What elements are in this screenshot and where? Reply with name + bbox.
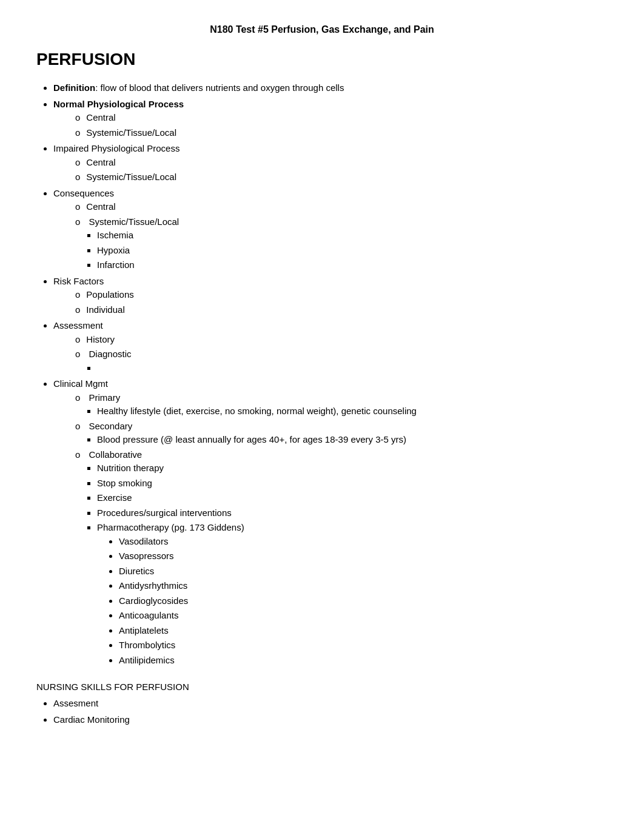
list-item: Diuretics	[119, 565, 608, 578]
primary-children: Healthy lifestyle (diet, exercise, no sm…	[97, 404, 608, 418]
list-item: Thrombolytics	[119, 639, 608, 652]
list-item: Diagnostic	[75, 347, 608, 375]
assessment-label: Assessment	[53, 320, 103, 330]
diagnostic-children	[97, 361, 608, 375]
normal-physio-label: Normal Physiological Process	[53, 99, 184, 109]
list-item: History	[75, 333, 608, 347]
risk-factors-label: Risk Factors	[53, 276, 104, 286]
list-item: Primary Healthy lifestyle (diet, exercis…	[75, 391, 608, 418]
main-heading: PERFUSION	[36, 50, 608, 69]
list-item: Antilipidemics	[119, 654, 608, 668]
list-item: Cardioglycosides	[119, 594, 608, 608]
page-title: N180 Test #5 Perfusion, Gas Exchange, an…	[36, 24, 608, 35]
consequences-children: Central Systemic/Tissue/Local Ischemia H…	[75, 200, 608, 272]
list-item: Antidysrhythmics	[119, 579, 608, 593]
list-item: Cardiac Monitoring	[53, 713, 608, 727]
list-item: Antiplatelets	[119, 624, 608, 638]
list-item: Vasopressors	[119, 549, 608, 563]
list-item: Individual	[75, 303, 608, 317]
list-item: Assessment History Diagnostic	[53, 319, 608, 375]
list-item: Blood pressure (@ least annually for age…	[97, 433, 608, 447]
list-item: Systemic/Tissue/Local	[75, 126, 608, 140]
normal-physio-children: Central Systemic/Tissue/Local	[75, 111, 608, 139]
list-item: Infarction	[97, 258, 608, 272]
assessment-children: History Diagnostic	[75, 333, 608, 375]
clinical-mgmt-children: Primary Healthy lifestyle (diet, exercis…	[75, 391, 608, 668]
secondary-children: Blood pressure (@ least annually for age…	[97, 433, 608, 447]
nursing-list: Assesment Cardiac Monitoring	[53, 697, 608, 726]
impaired-physio-label: Impaired Physiological Process	[53, 143, 179, 153]
list-item: Pharmacotherapy (pg. 173 Giddens) Vasodi…	[97, 521, 608, 667]
list-item: Collaborative Nutrition therapy Stop smo…	[75, 448, 608, 668]
impaired-physio-children: Central Systemic/Tissue/Local	[75, 156, 608, 184]
clinical-mgmt-label: Clinical Mgmt	[53, 378, 108, 389]
definition-text: : flow of blood that delivers nutrients …	[95, 82, 344, 93]
list-item: Risk Factors Populations Individual	[53, 275, 608, 317]
consequences-systemic-children: Ischemia Hypoxia Infarction	[97, 229, 608, 272]
definition-label: Definition	[53, 82, 95, 93]
main-list: Definition: flow of blood that delivers …	[53, 81, 608, 667]
consequences-label: Consequences	[53, 188, 114, 198]
list-item: Systemic/Tissue/Local	[75, 170, 608, 184]
list-item: Secondary Blood pressure (@ least annual…	[75, 420, 608, 447]
list-item: Populations	[75, 288, 608, 302]
list-item: Normal Physiological Process Central Sys…	[53, 98, 608, 140]
collaborative-children: Nutrition therapy Stop smoking Exercise …	[97, 461, 608, 667]
list-item	[97, 361, 608, 375]
list-item: Vasodilators	[119, 535, 608, 549]
list-item: Procedures/surgical interventions	[97, 506, 608, 520]
list-item: Nutrition therapy	[97, 461, 608, 475]
list-item: Systemic/Tissue/Local Ischemia Hypoxia I…	[75, 215, 608, 272]
list-item: Clinical Mgmt Primary Healthy lifestyle …	[53, 377, 608, 667]
nursing-section-heading: NURSING SKILLS FOR PERFUSION	[36, 682, 608, 692]
list-item: Exercise	[97, 491, 608, 505]
list-item: Definition: flow of blood that delivers …	[53, 81, 608, 95]
list-item: Stop smoking	[97, 477, 608, 491]
risk-factors-children: Populations Individual	[75, 288, 608, 317]
list-item: Consequences Central Systemic/Tissue/Loc…	[53, 187, 608, 272]
list-item: Assesment	[53, 697, 608, 711]
list-item: Central	[75, 200, 608, 214]
list-item: Healthy lifestyle (diet, exercise, no sm…	[97, 404, 608, 418]
list-item: Central	[75, 156, 608, 170]
list-item: Central	[75, 111, 608, 125]
list-item: Hypoxia	[97, 244, 608, 258]
list-item: Impaired Physiological Process Central S…	[53, 142, 608, 184]
pharmacotherapy-children: Vasodilators Vasopressors Diuretics Anti…	[119, 535, 608, 668]
list-item: Anticoagulants	[119, 609, 608, 623]
list-item: Ischemia	[97, 229, 608, 243]
